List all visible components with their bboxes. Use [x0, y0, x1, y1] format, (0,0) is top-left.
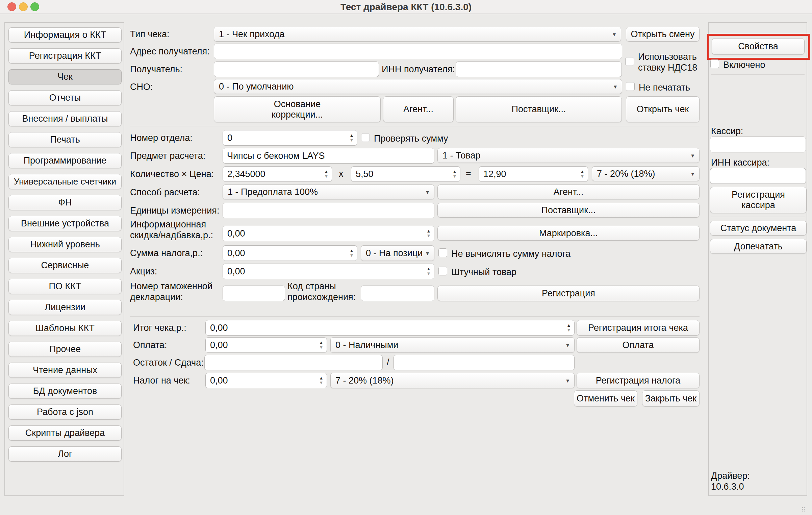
check-total-stepper[interactable]: 0,00 ▲▼: [205, 320, 575, 336]
agent-button[interactable]: Агент...: [437, 185, 700, 199]
sidebar-item-kkt-templates[interactable]: Шаблоны ККТ: [8, 321, 122, 336]
department-stepper[interactable]: 0 ▲▼: [223, 130, 357, 146]
register-cashier-button[interactable]: Регистрация кассира: [710, 187, 807, 213]
stepper-down-icon[interactable]: ▼: [427, 234, 431, 238]
recipient-address-input[interactable]: [214, 44, 622, 59]
sidebar-item-driver-scripts[interactable]: Скрипты драйвера: [8, 425, 122, 441]
sidebar-item-low-level[interactable]: Нижний уровень: [8, 237, 122, 252]
units-input[interactable]: [223, 203, 434, 218]
close-check-button[interactable]: Закрыть чек: [642, 390, 700, 407]
vat18-checkbox[interactable]: [625, 57, 634, 66]
enabled-checkbox[interactable]: [710, 59, 719, 68]
recipient-input[interactable]: [214, 62, 379, 77]
stepper-up-icon[interactable]: ▲: [427, 267, 431, 271]
sidebar-item-kkt-software[interactable]: ПО ККТ: [8, 279, 122, 294]
sidebar-item-json[interactable]: Работа с json: [8, 404, 122, 420]
sno-select[interactable]: 0 - По умолчанию ▼: [214, 79, 622, 94]
resize-grip[interactable]: ⠿: [801, 506, 806, 514]
subject-type-select[interactable]: 1 - Товар ▼: [437, 148, 700, 163]
recipient-inn-input[interactable]: [456, 62, 622, 77]
excise-stepper[interactable]: 0,00 ▲▼: [223, 264, 434, 279]
sidebar-item-other[interactable]: Прочее: [8, 342, 122, 357]
correction-basis-button[interactable]: Основание коррекции...: [214, 96, 381, 122]
sidebar-item-reports[interactable]: Отчеты: [8, 90, 122, 105]
cancel-check-button[interactable]: Отменить чек: [574, 390, 637, 407]
piece-good-checkbox[interactable]: [438, 267, 447, 275]
open-check-button[interactable]: Открыть чек: [626, 96, 700, 122]
registration-button[interactable]: Регистрация: [437, 286, 700, 301]
check-tax-value: 0,00: [206, 375, 316, 386]
stepper-down-icon[interactable]: ▼: [453, 174, 457, 179]
sidebar-item-fn[interactable]: ФН: [8, 195, 122, 210]
stepper-down-icon[interactable]: ▼: [324, 174, 329, 179]
sidebar-item-kkt-info[interactable]: Информация о ККТ: [8, 27, 122, 43]
sidebar-item-kkt-registration[interactable]: Регистрация ККТ: [8, 48, 122, 64]
register-tax-button[interactable]: Регистрация налога: [577, 373, 700, 388]
check-type-select[interactable]: 1 - Чек прихода ▼: [214, 27, 621, 42]
stepper-down-icon[interactable]: ▼: [350, 138, 354, 143]
change-input[interactable]: [394, 355, 575, 370]
department-value: 0: [223, 133, 346, 143]
agent-button-top[interactable]: Агент...: [383, 96, 454, 122]
item-tax-rate-select[interactable]: 7 - 20% (18%) ▼: [592, 166, 700, 181]
no-tax-calc-checkbox[interactable]: [438, 248, 447, 257]
close-window-icon[interactable]: [7, 2, 16, 11]
stepper-up-icon[interactable]: ▲: [350, 133, 354, 138]
stepper-down-icon[interactable]: ▼: [427, 271, 431, 276]
stepper-up-icon[interactable]: ▲: [567, 323, 571, 328]
minimize-window-icon[interactable]: [19, 2, 28, 11]
stepper-down-icon[interactable]: ▼: [350, 253, 354, 258]
stepper-up-icon[interactable]: ▲: [319, 376, 324, 381]
open-shift-button[interactable]: Открыть смену: [626, 27, 700, 42]
stepper-up-icon[interactable]: ▲: [319, 340, 324, 345]
stepper-up-icon[interactable]: ▲: [427, 229, 431, 234]
check-tax-stepper[interactable]: 0,00 ▲▼: [205, 373, 327, 388]
no-print-checkbox[interactable]: [626, 82, 635, 91]
stepper-up-icon[interactable]: ▲: [453, 169, 457, 174]
sidebar-item-cash-in-out[interactable]: Внесения / выплаты: [8, 111, 122, 126]
sidebar-item-docs-db[interactable]: БД документов: [8, 384, 122, 399]
payment-type-select[interactable]: 0 - Наличными ▼: [330, 337, 575, 353]
sidebar-item-check[interactable]: Чек: [8, 69, 122, 84]
document-status-button[interactable]: Статус документа: [710, 221, 807, 236]
reprint-button[interactable]: Допечатать: [710, 239, 807, 254]
rest-input[interactable]: [204, 355, 383, 370]
sidebar-item-log[interactable]: Лог: [8, 446, 122, 462]
stepper-down-icon[interactable]: ▼: [567, 328, 571, 333]
stepper-up-icon[interactable]: ▲: [580, 169, 585, 174]
sidebar-item-universal-counters[interactable]: Универсальные счетчики: [8, 174, 122, 189]
cashier-inn-input[interactable]: [710, 168, 806, 184]
sidebar-item-print[interactable]: Печать: [8, 132, 122, 147]
supplier-button-top[interactable]: Поставщик...: [456, 96, 622, 122]
subject-input[interactable]: [223, 148, 434, 164]
sidebar-item-service[interactable]: Сервисные: [8, 258, 122, 273]
cashier-input[interactable]: [710, 137, 806, 152]
stepper-up-icon[interactable]: ▲: [324, 169, 329, 174]
payment-button[interactable]: Оплата: [577, 337, 700, 353]
position-sum-stepper[interactable]: 12,90 ▲▼: [479, 166, 588, 182]
sidebar-item-read-data[interactable]: Чтение данных: [8, 363, 122, 378]
price-stepper[interactable]: 5,50 ▲▼: [351, 166, 460, 182]
marking-button[interactable]: Маркировка...: [437, 226, 700, 241]
stepper-down-icon[interactable]: ▼: [319, 345, 324, 350]
register-total-button[interactable]: Регистрация итога чека: [577, 320, 700, 336]
verify-sum-checkbox-label: Проверять сумму: [374, 133, 448, 144]
supplier-button[interactable]: Поставщик...: [437, 203, 700, 218]
payment-stepper[interactable]: 0,00 ▲▼: [205, 337, 327, 353]
stepper-down-icon[interactable]: ▼: [580, 174, 585, 179]
tax-target-select[interactable]: 0 - На позицию ▼: [361, 245, 434, 261]
country-code-input[interactable]: [361, 286, 434, 301]
check-tax-rate-select[interactable]: 7 - 20% (18%) ▼: [330, 373, 575, 388]
tax-sum-stepper[interactable]: 0,00 ▲▼: [223, 245, 357, 261]
stepper-down-icon[interactable]: ▼: [319, 381, 324, 385]
payment-method-select[interactable]: 1 - Предоплата 100% ▼: [223, 185, 434, 199]
sidebar-item-external-devices[interactable]: Внешние устройства: [8, 216, 122, 231]
stepper-up-icon[interactable]: ▲: [350, 248, 354, 253]
verify-sum-checkbox[interactable]: [361, 133, 370, 142]
sidebar-item-programming[interactable]: Программирование: [8, 153, 122, 168]
zoom-window-icon[interactable]: [30, 2, 39, 11]
discount-stepper[interactable]: 0,00 ▲▼: [223, 226, 434, 241]
quantity-stepper[interactable]: 2,345000 ▲▼: [223, 166, 332, 182]
customs-declaration-input[interactable]: [223, 286, 285, 301]
sidebar-item-licenses[interactable]: Лицензии: [8, 300, 122, 315]
